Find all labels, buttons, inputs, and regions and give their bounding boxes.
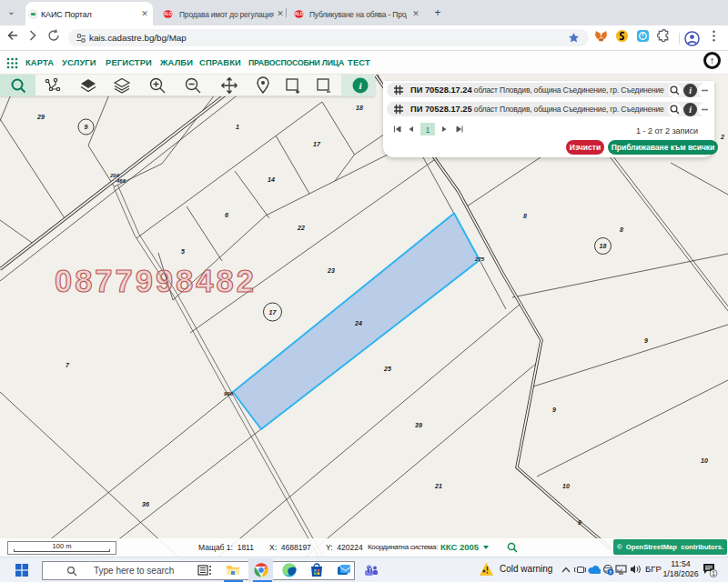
svg-text:9: 9 bbox=[578, 519, 581, 526]
svg-text:18: 18 bbox=[600, 243, 607, 249]
svg-text:8: 8 bbox=[523, 213, 527, 219]
svg-text:14: 14 bbox=[268, 176, 275, 183]
svg-text:36: 36 bbox=[142, 501, 149, 507]
svg-text:0877998482: 0877998482 bbox=[55, 264, 257, 298]
svg-text:22: 22 bbox=[297, 225, 305, 231]
svg-text:17: 17 bbox=[269, 309, 278, 316]
svg-text:5: 5 bbox=[181, 248, 185, 255]
svg-text:10: 10 bbox=[562, 483, 570, 489]
svg-text:39: 39 bbox=[415, 422, 422, 428]
svg-text:1: 1 bbox=[236, 124, 239, 130]
svg-text:23: 23 bbox=[327, 267, 335, 274]
svg-text:1: 1 bbox=[712, 570, 715, 577]
svg-text:9: 9 bbox=[85, 124, 88, 130]
svg-text:17: 17 bbox=[313, 141, 321, 147]
svg-text:θ: θ bbox=[610, 569, 612, 575]
svg-text:ALO: ALO bbox=[164, 12, 173, 16]
svg-text:996: 996 bbox=[224, 391, 234, 396]
svg-text:24: 24 bbox=[354, 320, 362, 326]
svg-text:29: 29 bbox=[36, 114, 45, 120]
svg-text:466: 466 bbox=[116, 178, 126, 184]
svg-text:i: i bbox=[689, 85, 692, 95]
svg-text:18: 18 bbox=[356, 105, 363, 111]
svg-text:ALO: ALO bbox=[295, 12, 304, 16]
svg-text:9: 9 bbox=[552, 406, 556, 413]
svg-text:9: 9 bbox=[644, 337, 648, 344]
svg-text:1: 1 bbox=[425, 125, 430, 135]
svg-text:8: 8 bbox=[620, 226, 623, 233]
svg-text:21: 21 bbox=[434, 483, 442, 489]
svg-text:T: T bbox=[369, 568, 371, 573]
svg-text:25: 25 bbox=[383, 366, 391, 372]
svg-text:2: 2 bbox=[720, 134, 724, 140]
svg-text:6: 6 bbox=[225, 212, 228, 218]
svg-text:i: i bbox=[689, 105, 692, 115]
svg-text:10: 10 bbox=[701, 457, 708, 464]
svg-text:275: 275 bbox=[474, 256, 485, 262]
